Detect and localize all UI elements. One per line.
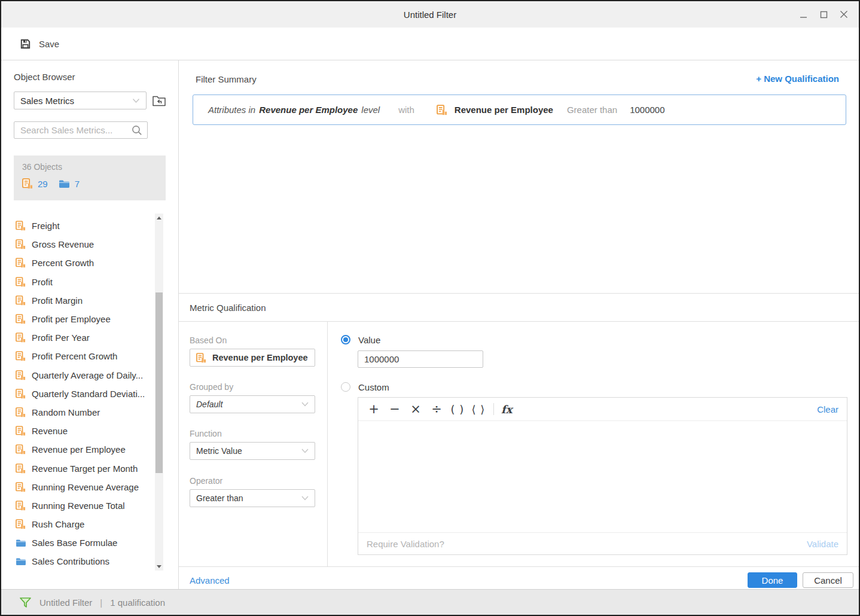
- footer-divider: [179, 566, 859, 567]
- function-label: Function: [190, 429, 222, 438]
- list-item[interactable]: Quarterly Average of Daily...: [1, 366, 154, 385]
- list-item[interactable]: Percent Growth: [1, 254, 154, 272]
- value-radio[interactable]: [341, 335, 350, 344]
- list-item[interactable]: Sales Contributions: [1, 552, 154, 568]
- minimize-icon[interactable]: [793, 5, 813, 23]
- based-on-field[interactable]: Revenue per Employee: [190, 349, 315, 367]
- list-item[interactable]: Revenue: [1, 422, 154, 440]
- metric-icon: [16, 370, 26, 380]
- top-toolbar: Save: [1, 28, 859, 60]
- grouped-by-dropdown[interactable]: Default: [190, 395, 315, 413]
- validate-link[interactable]: Validate: [807, 539, 838, 549]
- search-icon[interactable]: [132, 125, 142, 136]
- qualification-summary-row[interactable]: Attributes in Revenue per Employee level…: [193, 94, 846, 125]
- metric-icon: [16, 333, 26, 343]
- list-item[interactable]: Profit Per Year: [1, 328, 154, 347]
- object-list: Freight Gross Revenue Percent Growth: [1, 216, 154, 568]
- object-label: Profit per Employee: [32, 314, 111, 324]
- list-item[interactable]: Running Revenue Average: [1, 478, 154, 496]
- angle-brackets-icon[interactable]: ⟨ ⟩: [471, 403, 486, 416]
- object-browser-panel: Object Browser Sales Metrics: [1, 60, 179, 589]
- scroll-down-icon[interactable]: [155, 562, 163, 571]
- source-dropdown-value: Sales Metrics: [20, 96, 132, 106]
- parentheses-icon[interactable]: ( ): [450, 403, 465, 416]
- object-label: Random Number: [32, 407, 100, 417]
- advanced-link[interactable]: Advanced: [190, 575, 230, 585]
- new-qualification-link[interactable]: + New Qualification: [756, 74, 839, 84]
- total-objects-label: 36 Objects: [22, 162, 157, 172]
- multiply-operator-icon[interactable]: ×: [408, 402, 423, 416]
- function-fx-icon[interactable]: fx: [501, 403, 512, 416]
- object-label: Revenue per Employee: [32, 444, 126, 455]
- header-divider: [179, 321, 859, 322]
- cancel-button[interactable]: Cancel: [803, 572, 853, 588]
- list-item[interactable]: Freight: [1, 216, 154, 235]
- list-item[interactable]: Revenue Target per Month: [1, 459, 154, 477]
- object-label: Sales Base Formulae: [32, 538, 117, 548]
- save-button[interactable]: Save: [20, 38, 59, 50]
- scroll-up-icon[interactable]: [155, 214, 163, 222]
- list-item[interactable]: Gross Revenue: [1, 235, 154, 254]
- object-label: Quarterly Standard Deviati...: [32, 389, 145, 399]
- section-divider: [179, 293, 859, 294]
- list-item[interactable]: Profit per Employee: [1, 310, 154, 328]
- list-item[interactable]: Random Number: [1, 403, 154, 422]
- divide-operator-icon[interactable]: ÷: [429, 402, 444, 416]
- qualification-value: 1000000: [630, 105, 664, 115]
- metric-icon: [16, 444, 26, 455]
- custom-radio-label: Custom: [358, 382, 389, 392]
- object-label: Running Revenue Total: [32, 501, 125, 511]
- object-browser-title: Object Browser: [14, 72, 75, 82]
- metric-icon: [16, 239, 26, 249]
- expression-toolbar: + − × ÷ ( ) ⟨ ⟩ fx Clear: [358, 398, 847, 421]
- metric-icon: [16, 314, 26, 324]
- window-controls: [793, 1, 854, 28]
- metric-icon: [16, 389, 26, 399]
- qualification-metric-name: Revenue per Employee: [455, 105, 553, 115]
- maximize-icon[interactable]: [813, 5, 834, 23]
- object-list-scrollbar[interactable]: [155, 214, 163, 571]
- list-item[interactable]: Profit: [1, 273, 154, 291]
- operator-dropdown[interactable]: Greater than: [190, 489, 315, 507]
- plus-operator-icon[interactable]: +: [367, 402, 381, 416]
- operator-value: Greater than: [196, 493, 301, 503]
- object-label: Gross Revenue: [32, 239, 94, 249]
- filter-summary-title: Filter Summary: [196, 74, 257, 84]
- search-input[interactable]: [20, 125, 132, 135]
- metric-icon: [22, 178, 33, 189]
- list-item[interactable]: Quarterly Standard Deviati...: [1, 385, 154, 403]
- list-item[interactable]: Rush Charge: [1, 515, 154, 533]
- chevron-down-icon: [132, 98, 140, 103]
- folder-icon: [16, 557, 26, 566]
- expression-input-area[interactable]: [358, 421, 847, 532]
- status-bar: Untitled Filter | 1 qualification: [1, 589, 859, 615]
- metric-icon: [16, 295, 26, 306]
- done-button[interactable]: Done: [748, 572, 797, 588]
- function-dropdown[interactable]: Metric Value: [190, 442, 315, 460]
- custom-radio[interactable]: [341, 382, 350, 392]
- value-input[interactable]: [358, 350, 483, 368]
- operator-label: Operator: [190, 476, 222, 486]
- list-item[interactable]: Profit Margin: [1, 291, 154, 310]
- source-dropdown[interactable]: Sales Metrics: [14, 92, 147, 109]
- status-qualification-count: 1 qualification: [110, 597, 165, 608]
- list-item[interactable]: Revenue per Employee: [1, 440, 154, 459]
- search-field: [14, 121, 148, 139]
- close-icon[interactable]: [834, 5, 854, 23]
- clear-link[interactable]: Clear: [817, 404, 838, 414]
- list-item[interactable]: Profit Percent Growth: [1, 347, 154, 365]
- list-item[interactable]: Running Revenue Total: [1, 496, 154, 515]
- scrollbar-thumb[interactable]: [155, 292, 163, 473]
- status-filter-name: Untitled Filter: [39, 597, 92, 608]
- object-label: Percent Growth: [32, 258, 94, 268]
- minus-operator-icon[interactable]: −: [388, 402, 402, 416]
- main-panel: Filter Summary + New Qualification Attri…: [179, 60, 859, 589]
- metric-icon: [16, 221, 26, 231]
- browse-parent-folder-icon[interactable]: [151, 93, 167, 108]
- object-label: Revenue: [32, 426, 68, 436]
- object-count-summary: 36 Objects 29 7: [14, 155, 166, 200]
- metric-count: 29: [38, 179, 48, 189]
- list-item[interactable]: Sales Base Formulae: [1, 533, 154, 552]
- object-label: Sales Contributions: [32, 556, 109, 566]
- metric-icon: [16, 519, 26, 529]
